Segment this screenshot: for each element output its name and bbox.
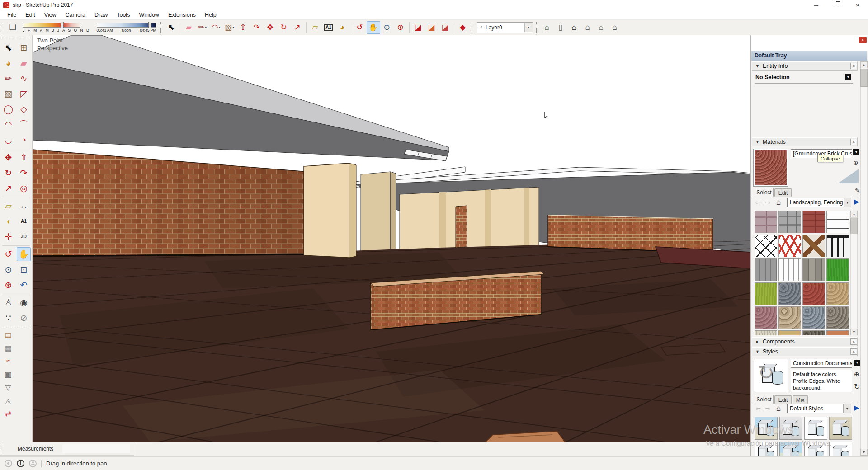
three-point-arc-tool[interactable]: ◡ — [1, 133, 15, 147]
material-swatch-chainlink[interactable] — [755, 235, 777, 257]
orbit-tool[interactable]: ↺ — [353, 21, 367, 34]
display-section-cuts[interactable]: ◪ — [439, 21, 452, 34]
chevron-down-icon[interactable]: ▾ — [219, 25, 221, 29]
move-tool[interactable]: ✥ — [1, 150, 15, 164]
text-tool[interactable]: A1 — [322, 21, 335, 34]
arcs-tool[interactable]: ◠▾ — [209, 21, 223, 34]
follow-me-tool[interactable]: ↷ — [250, 21, 264, 34]
material-preview-thumbnail[interactable] — [754, 149, 788, 186]
paint-bucket-tool[interactable]: ◕ — [335, 21, 349, 34]
styles-collection-dropdown[interactable]: Default Styles ▾ — [787, 404, 851, 413]
chevron-down-icon[interactable]: ▾ — [205, 25, 207, 29]
styles-header[interactable]: ▼ Styles — [752, 347, 858, 356]
menu-help[interactable]: Help — [200, 10, 221, 19]
style-tan[interactable] — [829, 417, 852, 440]
eraser-tool[interactable]: ▰ — [182, 21, 196, 34]
toolbar-drag-handle[interactable] — [471, 22, 473, 33]
menu-window[interactable]: Window — [134, 10, 163, 19]
material-swatch-grass-green[interactable] — [826, 258, 849, 281]
select-tool[interactable]: ⬉ — [1, 41, 15, 55]
tape-measure-tool[interactable]: ▱ — [1, 199, 15, 213]
shadow-date-slider[interactable]: J F M A M J J A S O N D — [23, 23, 90, 33]
chevron-down-icon[interactable]: ▾ — [844, 198, 851, 207]
orbit-tool[interactable]: ↺ — [1, 247, 15, 261]
styles-toggle-icon[interactable]: ▾ — [854, 360, 860, 366]
home-icon[interactable]: ⌂ — [776, 404, 781, 413]
paint-bucket-tool[interactable]: ◕ — [1, 56, 15, 70]
forward-arrow-icon[interactable]: ⇨ — [765, 199, 771, 206]
style-name-field[interactable]: Construction Documentatic — [791, 359, 852, 368]
sign-in-icon[interactable] — [29, 460, 37, 467]
back-arrow-icon[interactable]: ⇦ — [755, 405, 761, 412]
shadow-time-slider[interactable]: 06:43 AMNoon04:45 PM — [97, 23, 156, 33]
sample-paint-icon[interactable] — [838, 169, 859, 183]
arc-tool[interactable]: ◠ — [1, 118, 15, 132]
scale-tool[interactable]: ↗ — [291, 21, 304, 34]
material-swatch-sand[interactable] — [778, 330, 801, 335]
material-swatch-weathered-planks[interactable] — [802, 258, 825, 281]
pie-tool[interactable]: ◔ — [17, 133, 31, 147]
details-arrow-icon[interactable]: ▶ — [854, 404, 859, 411]
eraser-tool[interactable]: ▰ — [17, 56, 31, 70]
model-gallery[interactable]: ⌂ — [608, 21, 622, 34]
style-hidden-line[interactable] — [755, 442, 778, 456]
section-plane-tool[interactable]: ◪ — [411, 21, 425, 34]
tape-measure-tool[interactable]: ▱ — [308, 21, 322, 34]
material-swatch-pavers-pink[interactable] — [755, 211, 777, 233]
shapes-tool[interactable]: ▧▾ — [223, 21, 236, 34]
select-tool[interactable]: ⬉ — [165, 21, 178, 34]
zoom-tool[interactable]: ⊙ — [380, 21, 394, 34]
scale-tool[interactable]: ↗ — [1, 181, 15, 195]
styles-close-icon[interactable]: × — [850, 348, 857, 355]
line-tool[interactable]: ✏ — [1, 71, 15, 85]
material-swatch-brick-orange[interactable] — [826, 330, 849, 335]
minimize-button[interactable]: — — [806, 0, 826, 10]
styles-tab-select[interactable]: Select — [755, 395, 774, 404]
home-icon[interactable]: ⌂ — [776, 198, 781, 207]
restore-button[interactable] — [826, 0, 847, 10]
protractor-tool[interactable]: ◖ — [1, 214, 15, 228]
components-header[interactable]: ► Components — [752, 337, 858, 346]
swatch-scroll-up-icon[interactable]: ▲ — [850, 211, 858, 217]
chevron-down-icon[interactable]: ▾ — [232, 25, 234, 29]
position-camera-tool[interactable]: ♙ — [1, 296, 15, 310]
materials-header[interactable]: ▼ Materials — [752, 137, 858, 146]
geolocation-icon[interactable] — [5, 460, 12, 467]
sandbox-from-scratch-tool[interactable]: ▦ — [2, 342, 14, 354]
time-slider-bar[interactable] — [97, 23, 156, 28]
section-plane-tool[interactable]: ⊘ — [17, 311, 31, 325]
menu-tools[interactable]: Tools — [112, 10, 134, 19]
push-pull-tool[interactable]: ⇧ — [236, 21, 250, 34]
two-point-arc-tool[interactable]: ⌒ — [17, 118, 31, 132]
offset-tool[interactable]: ◎ — [17, 181, 31, 195]
create-style-icon[interactable]: ⊕ — [854, 371, 859, 378]
menu-camera[interactable]: Camera — [61, 10, 90, 19]
smoove-tool[interactable]: ≈ — [2, 355, 14, 367]
entity-info-close-icon[interactable]: × — [850, 63, 857, 69]
rotate-tool[interactable]: ↻ — [1, 166, 15, 180]
circle-tool[interactable]: ◯ — [1, 102, 15, 116]
palette-drag-handle[interactable] — [3, 37, 29, 39]
entity-info-header[interactable]: ▼ Entity Info — [752, 61, 858, 70]
materials-collection-dropdown[interactable]: Landscaping, Fencing a ▾ — [787, 198, 851, 207]
pan-tool[interactable]: ✋ — [17, 247, 31, 261]
tray-scroll-down-icon[interactable]: ▼ — [860, 449, 868, 456]
menu-draw[interactable]: Draw — [90, 10, 112, 19]
material-swatch-grass-yellow[interactable] — [755, 282, 777, 305]
menu-edit[interactable]: Edit — [21, 10, 40, 19]
previous-view-tool[interactable]: ↶ — [17, 278, 31, 292]
material-swatch-picket-fence-white[interactable] — [778, 258, 801, 281]
material-swatch-brick-red[interactable] — [802, 211, 825, 233]
line-tool[interactable]: ✏▾ — [196, 21, 209, 34]
dimension-tool[interactable]: ↔ — [17, 199, 31, 213]
swatch-scroll-down-icon[interactable]: ▼ — [850, 329, 858, 335]
polygon-tool[interactable]: ◇ — [17, 102, 31, 116]
update-style-icon[interactable]: ↻ — [854, 382, 860, 391]
material-swatch-split-rail-cross[interactable] — [802, 235, 825, 257]
materials-toggle-icon[interactable]: ▾ — [853, 149, 859, 155]
material-swatch-gravel-gray[interactable] — [778, 282, 801, 305]
make-component-tool[interactable]: ⊞ — [17, 41, 31, 55]
menu-view[interactable]: View — [40, 10, 61, 19]
zoom-extents-tool[interactable]: ⊛ — [394, 21, 407, 34]
date-slider-handle[interactable] — [61, 22, 64, 28]
